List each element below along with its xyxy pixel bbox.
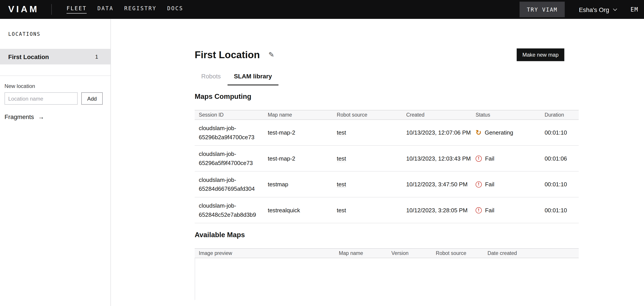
sidebar-divider [0,75,110,76]
nav-item-docs[interactable]: DOCS [167,5,183,13]
session-id-cell: cloudslam-job-65296b2a9f4700ce73 [195,123,264,142]
sidebar-item-first-location[interactable]: First Location 1 [0,49,110,64]
top-navbar: VIAM FLEET DATA REGISTRY DOCS TRY VIAM E… [0,0,644,19]
viam-logo[interactable]: VIAM [8,5,39,14]
table-row: cloudslam-job-65296a5f9f4700ce73 test-ma… [195,146,579,171]
location-name-input[interactable] [4,92,78,105]
status-label: Fail [485,207,494,213]
status-badge: ! Fail [476,155,540,162]
arrow-right-icon: → [38,114,44,120]
map-name-cell: test-map-2 [264,129,333,136]
location-name: First Location [8,53,49,60]
robot-source-link[interactable]: test [337,129,346,136]
created-cell: 10/12/2023, 3:47:50 PM [402,180,471,189]
fail-warning-icon: ! [476,155,482,162]
make-new-map-button[interactable]: Make new map [517,48,564,61]
robot-source-link[interactable]: test [337,155,346,162]
table-header-row: Image preview Map name Version Robot sou… [195,248,579,258]
duration-cell: 00:01:10 [540,129,579,136]
column-header-status: Status [472,112,540,118]
duration-cell: 00:01:10 [540,207,579,213]
available-maps-heading: Available Maps [195,231,644,239]
column-header-robot-source: Robot source [432,250,483,256]
title-wrap: First Location ✎ [195,49,274,61]
tab-robots[interactable]: Robots [195,72,227,85]
maps-computing-heading: Maps Computing [195,93,644,101]
fragments-label: Fragments [4,113,34,120]
location-count-badge: 1 [95,53,98,60]
nav-item-fleet[interactable]: FLEET [66,5,87,13]
fragments-link[interactable]: Fragments → [4,113,44,120]
chevron-down-icon [613,7,617,11]
status-badge: ↻ Generating [476,129,540,136]
column-header-created: Created [402,112,471,118]
maps-computing-table: Session ID Map name Robot source Created… [195,110,579,223]
session-id-cell: cloudslam-job-65284d667695afd304 [195,175,264,193]
fail-warning-icon: ! [476,181,482,187]
navbar-right: TRY VIAM Esha's Org EM [520,1,639,17]
robot-source-link[interactable]: test [337,207,346,213]
status-label: Fail [485,181,494,188]
created-cell: 10/12/2023, 3:28:05 PM [402,206,471,215]
locations-sidebar: LOCATIONS First Location 1 New location … [0,19,111,306]
duration-cell: 00:01:10 [540,181,579,188]
status-badge: ! Fail [476,207,540,213]
status-label: Fail [485,155,494,162]
robot-source-link[interactable]: test [337,181,346,188]
created-cell: 10/13/2023, 12:07:06 PM [402,128,471,137]
nav-divider [51,4,52,15]
column-header-session-id: Session ID [195,112,264,118]
primary-nav: FLEET DATA REGISTRY DOCS [66,5,183,13]
tab-slam-library[interactable]: SLAM library [227,72,278,85]
main-content: First Location ✎ Make new map Robots SLA… [111,19,644,306]
column-header-map-name: Map name [335,250,387,256]
nav-item-registry[interactable]: REGISTRY [124,5,156,13]
edit-pencil-icon[interactable]: ✎ [268,51,274,58]
locations-heading: LOCATIONS [8,31,110,37]
add-location-button[interactable]: Add [81,92,103,105]
column-header-map-name: Map name [264,112,333,118]
column-header-version: Version [387,250,432,256]
tab-bar: Robots SLAM library [195,72,644,85]
page-header: First Location ✎ Make new map [195,48,579,61]
navbar-left: VIAM FLEET DATA REGISTRY DOCS [8,0,183,19]
user-avatar[interactable]: EM [630,6,638,13]
status-label: Generating [485,129,513,136]
new-location-label: New location [4,83,106,89]
available-maps-table: Image preview Map name Version Robot sou… [195,248,579,300]
column-header-image-preview: Image preview [195,250,335,256]
table-row: cloudslam-job-652848c52e7ab8d3b9 testrea… [195,197,579,223]
page-body: LOCATIONS First Location 1 New location … [0,19,644,306]
column-header-date-created: Date created [483,250,579,256]
session-id-cell: cloudslam-job-65296a5f9f4700ce73 [195,149,264,168]
fail-warning-icon: ! [476,207,482,213]
column-header-duration: Duration [540,112,579,118]
org-name: Esha's Org [579,6,609,13]
table-row: cloudslam-job-65284d667695afd304 testmap… [195,172,579,197]
duration-cell: 00:01:06 [540,155,579,162]
new-location-form: Add [4,92,106,105]
page-title: First Location [195,49,260,61]
new-location-section: New location Add [4,83,106,105]
column-header-robot-source: Robot source [333,112,402,118]
map-name-cell: testrealquick [264,207,333,213]
available-maps-empty-body [195,258,579,300]
app-root: VIAM FLEET DATA REGISTRY DOCS TRY VIAM E… [0,0,644,306]
session-id-cell: cloudslam-job-652848c52e7ab8d3b9 [195,201,264,219]
try-viam-button[interactable]: TRY VIAM [520,1,565,17]
map-name-cell: test-map-2 [264,155,333,162]
generating-spinner-icon: ↻ [476,129,481,136]
table-row: cloudslam-job-65296b2a9f4700ce73 test-ma… [195,120,579,146]
table-header-row: Session ID Map name Robot source Created… [195,110,579,120]
status-badge: ! Fail [476,181,540,188]
org-dropdown[interactable]: Esha's Org [579,6,617,13]
created-cell: 10/13/2023, 12:03:43 PM [402,154,471,163]
map-name-cell: testmap [264,181,333,188]
nav-item-data[interactable]: DATA [97,5,114,13]
